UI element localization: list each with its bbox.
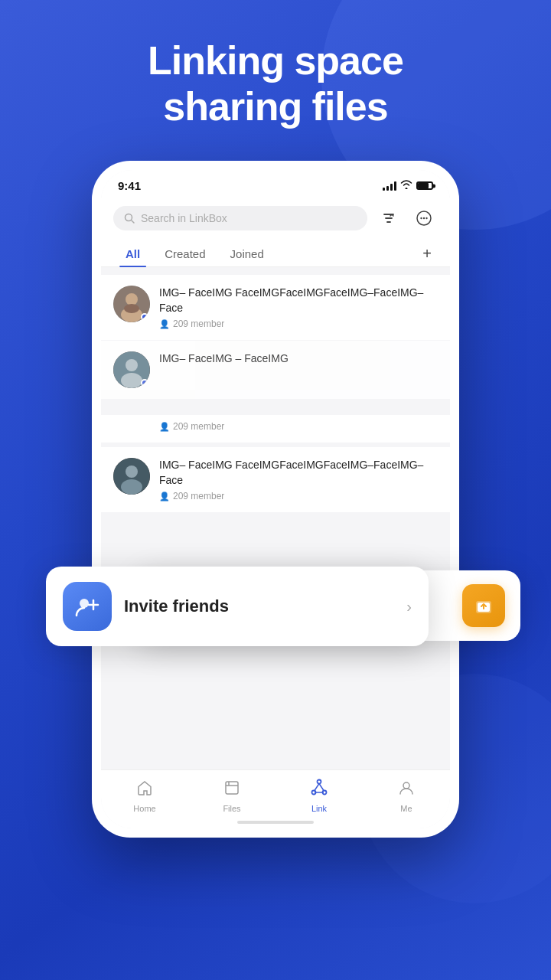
- search-placeholder: Search in LinkBox: [141, 212, 227, 224]
- svg-point-4: [420, 217, 422, 219]
- link-icon: [310, 778, 328, 801]
- svg-point-2: [126, 214, 132, 221]
- files-icon: [223, 779, 240, 801]
- phone-screen: 9:41: [101, 170, 450, 828]
- me-icon: [398, 779, 415, 801]
- item-info: IMG– FaceIMG FaceIMGFaceIMGFaceIMG–FaceI…: [159, 458, 438, 501]
- nav-files[interactable]: Files: [188, 779, 276, 813]
- hero-title: Linking space sharing files: [31, 38, 520, 130]
- nav-home-label: Home: [133, 804, 155, 813]
- svg-point-12: [126, 359, 138, 371]
- item-name: IMG– FaceIMG FaceIMGFaceIMGFaceIMG–FaceI…: [159, 286, 438, 315]
- svg-rect-17: [226, 782, 238, 794]
- invite-card-title: Invite friends: [124, 596, 394, 616]
- phone-frame: 9:41: [92, 161, 459, 838]
- phone-mockup: Upload Files 9:41: [92, 161, 459, 838]
- spacer: [101, 400, 450, 415]
- svg-point-6: [425, 217, 427, 219]
- wifi-icon: [400, 180, 412, 191]
- avatar: [113, 351, 150, 388]
- battery-icon: [416, 181, 433, 190]
- invite-friends-card[interactable]: Invite friends ›: [46, 567, 429, 646]
- status-bar: 9:41: [101, 170, 450, 198]
- person-icon: 👤: [159, 319, 170, 329]
- upload-icon-box: [462, 584, 505, 627]
- item-info: IMG– FaceIMG FaceIMGFaceIMGFaceIMG–FaceI…: [159, 286, 438, 329]
- home-indicator: [237, 821, 314, 824]
- add-tab-button[interactable]: +: [416, 242, 438, 266]
- svg-point-13: [121, 373, 142, 388]
- nav-link[interactable]: Link: [276, 778, 363, 813]
- hero-title-line1: Linking space: [148, 38, 403, 83]
- signal-icon: [383, 181, 396, 191]
- search-icon: [124, 213, 135, 224]
- status-icons: [383, 180, 433, 191]
- member-count: 209 member: [173, 491, 224, 501]
- member-count: 209 member: [173, 421, 224, 432]
- nav-home[interactable]: Home: [101, 779, 188, 813]
- bottom-nav: Home Files: [101, 769, 450, 828]
- avatar: [113, 286, 150, 322]
- search-bar[interactable]: Search in LinkBox: [113, 206, 367, 230]
- person-icon: 👤: [159, 492, 170, 501]
- nav-me-label: Me: [400, 804, 412, 813]
- home-icon: [136, 779, 153, 801]
- hero-section: Linking space sharing files: [0, 0, 551, 153]
- svg-point-5: [423, 217, 425, 219]
- search-bar-row: Search in LinkBox: [101, 198, 450, 238]
- nav-me[interactable]: Me: [363, 779, 450, 813]
- more-options-button[interactable]: [410, 204, 438, 232]
- online-indicator: [141, 313, 148, 321]
- member-row: 👤 209 member: [101, 415, 450, 443]
- invite-icon-box: [63, 582, 112, 631]
- sort-button[interactable]: [375, 204, 403, 232]
- svg-point-10: [124, 304, 139, 313]
- member-count: 209 member: [173, 318, 224, 329]
- chevron-right-icon: ›: [406, 598, 412, 616]
- list-item[interactable]: IMG– FaceIMG FaceIMGFaceIMGFaceIMG–FaceI…: [101, 447, 450, 512]
- svg-point-22: [80, 599, 89, 608]
- svg-point-16: [121, 479, 142, 495]
- online-indicator: [141, 379, 148, 387]
- tab-joined[interactable]: Joined: [218, 241, 276, 266]
- hero-title-line2: sharing files: [163, 84, 387, 129]
- list-item[interactable]: IMG– FaceIMG FaceIMGFaceIMGFaceIMG–FaceI…: [101, 275, 450, 340]
- svg-point-8: [126, 293, 138, 305]
- nav-link-label: Link: [311, 804, 327, 813]
- tab-created[interactable]: Created: [152, 241, 217, 266]
- item-meta: 👤 209 member: [159, 491, 438, 501]
- svg-point-18: [318, 780, 321, 784]
- status-time: 9:41: [118, 179, 141, 192]
- svg-point-21: [403, 782, 409, 789]
- list-area: IMG– FaceIMG FaceIMGFaceIMGFaceIMG–FaceI…: [101, 267, 450, 582]
- list-item[interactable]: IMG– FaceIMG – FaceIMG: [101, 341, 450, 399]
- tab-all[interactable]: All: [113, 241, 152, 266]
- item-meta: 👤 209 member: [159, 318, 438, 329]
- item-name: IMG– FaceIMG – FaceIMG: [159, 351, 438, 367]
- tabs-row: All Created Joined +: [101, 238, 450, 267]
- item-name: IMG– FaceIMG FaceIMGFaceIMGFaceIMG–FaceI…: [159, 458, 438, 488]
- item-info: IMG– FaceIMG – FaceIMG: [159, 351, 438, 367]
- person-icon: 👤: [159, 422, 170, 432]
- avatar: [113, 458, 150, 495]
- nav-files-label: Files: [223, 804, 240, 813]
- svg-point-15: [126, 466, 138, 478]
- screen-spacer: [101, 513, 450, 574]
- app-content: Search in LinkBox: [101, 198, 450, 267]
